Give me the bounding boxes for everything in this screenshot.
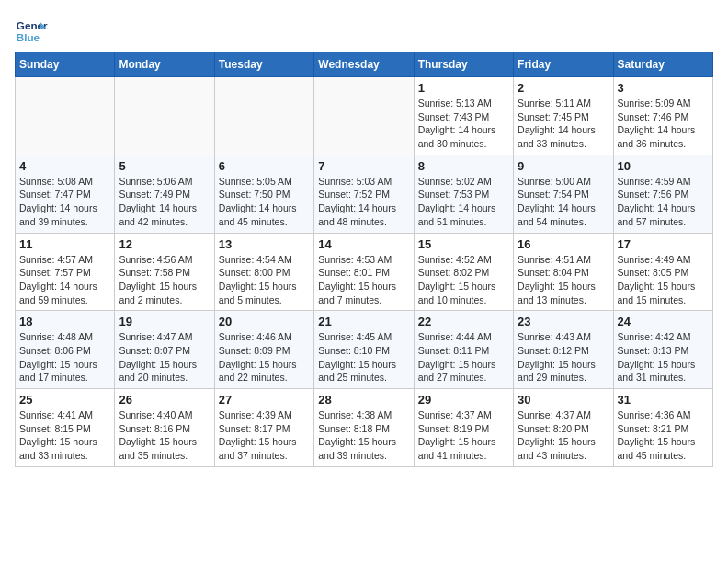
logo-icon: General Blue [15,15,48,48]
day-number: 4 [19,159,110,173]
day-info: Sunrise: 4:49 AM Sunset: 8:05 PM Dayligh… [618,253,709,307]
day-number: 25 [19,393,110,407]
day-cell: 24Sunrise: 4:42 AM Sunset: 8:13 PM Dayli… [613,311,712,389]
day-info: Sunrise: 5:03 AM Sunset: 7:52 PM Dayligh… [318,175,409,229]
week-row-1: 1Sunrise: 5:13 AM Sunset: 7:43 PM Daylig… [16,77,713,155]
day-info: Sunrise: 4:36 AM Sunset: 8:21 PM Dayligh… [618,408,709,463]
day-cell [115,77,214,155]
day-number: 23 [518,315,609,328]
day-info: Sunrise: 4:46 AM Sunset: 8:09 PM Dayligh… [219,330,310,385]
day-cell: 7Sunrise: 5:03 AM Sunset: 7:52 PM Daylig… [314,155,414,233]
week-row-2: 4Sunrise: 5:08 AM Sunset: 7:47 PM Daylig… [16,155,713,233]
day-number: 30 [518,393,609,407]
day-info: Sunrise: 5:00 AM Sunset: 7:54 PM Dayligh… [518,175,609,229]
day-cell [314,77,414,155]
day-cell: 14Sunrise: 4:53 AM Sunset: 8:01 PM Dayli… [314,233,414,311]
week-row-3: 11Sunrise: 4:57 AM Sunset: 7:57 PM Dayli… [16,233,713,311]
day-cell: 5Sunrise: 5:06 AM Sunset: 7:49 PM Daylig… [115,155,214,233]
day-cell: 26Sunrise: 4:40 AM Sunset: 8:16 PM Dayli… [115,389,214,467]
day-number: 12 [119,237,210,251]
day-number: 26 [119,393,210,407]
day-number: 31 [618,393,709,407]
day-cell: 28Sunrise: 4:38 AM Sunset: 8:18 PM Dayli… [314,389,414,467]
day-info: Sunrise: 4:53 AM Sunset: 8:01 PM Dayligh… [318,253,409,307]
day-number: 5 [119,159,210,173]
day-cell: 6Sunrise: 5:05 AM Sunset: 7:50 PM Daylig… [214,155,313,233]
day-cell: 31Sunrise: 4:36 AM Sunset: 8:21 PM Dayli… [613,389,712,467]
day-cell: 12Sunrise: 4:56 AM Sunset: 7:58 PM Dayli… [115,233,214,311]
day-info: Sunrise: 5:06 AM Sunset: 7:49 PM Dayligh… [119,175,210,229]
day-info: Sunrise: 5:09 AM Sunset: 7:46 PM Dayligh… [618,97,709,151]
day-number: 7 [318,159,409,173]
day-number: 15 [418,237,509,251]
day-cell [214,77,313,155]
day-info: Sunrise: 4:39 AM Sunset: 8:17 PM Dayligh… [219,408,310,463]
day-info: Sunrise: 5:08 AM Sunset: 7:47 PM Dayligh… [19,175,110,229]
day-info: Sunrise: 4:41 AM Sunset: 8:15 PM Dayligh… [19,408,110,463]
day-info: Sunrise: 4:48 AM Sunset: 8:06 PM Dayligh… [19,330,110,385]
day-info: Sunrise: 4:45 AM Sunset: 8:10 PM Dayligh… [318,330,409,385]
day-info: Sunrise: 4:38 AM Sunset: 8:18 PM Dayligh… [318,408,409,463]
day-info: Sunrise: 4:52 AM Sunset: 8:02 PM Dayligh… [418,253,509,307]
day-number: 29 [418,393,509,407]
header-row: SundayMondayTuesdayWednesdayThursdayFrid… [16,52,713,77]
day-number: 8 [418,159,509,173]
day-cell: 30Sunrise: 4:37 AM Sunset: 8:20 PM Dayli… [514,389,613,467]
day-cell: 19Sunrise: 4:47 AM Sunset: 8:07 PM Dayli… [115,311,214,389]
week-row-4: 18Sunrise: 4:48 AM Sunset: 8:06 PM Dayli… [16,311,713,389]
col-header-sunday: Sunday [16,52,115,77]
col-header-tuesday: Tuesday [214,52,313,77]
day-cell [16,77,115,155]
day-number: 27 [219,393,310,407]
day-info: Sunrise: 4:57 AM Sunset: 7:57 PM Dayligh… [19,253,110,307]
day-info: Sunrise: 4:37 AM Sunset: 8:20 PM Dayligh… [518,408,609,463]
day-number: 17 [618,237,709,251]
day-cell: 9Sunrise: 5:00 AM Sunset: 7:54 PM Daylig… [514,155,613,233]
day-number: 10 [618,159,709,173]
day-number: 2 [518,81,609,95]
day-cell: 23Sunrise: 4:43 AM Sunset: 8:12 PM Dayli… [514,311,613,389]
day-info: Sunrise: 4:47 AM Sunset: 8:07 PM Dayligh… [119,330,210,385]
day-cell: 4Sunrise: 5:08 AM Sunset: 7:47 PM Daylig… [16,155,115,233]
day-info: Sunrise: 5:11 AM Sunset: 7:45 PM Dayligh… [518,97,609,151]
day-number: 3 [618,81,709,95]
svg-text:Blue: Blue [17,31,40,43]
day-cell: 21Sunrise: 4:45 AM Sunset: 8:10 PM Dayli… [314,311,414,389]
day-info: Sunrise: 4:43 AM Sunset: 8:12 PM Dayligh… [518,330,609,385]
day-number: 13 [219,237,310,251]
day-number: 19 [119,315,210,328]
day-cell: 3Sunrise: 5:09 AM Sunset: 7:46 PM Daylig… [613,77,712,155]
day-info: Sunrise: 4:54 AM Sunset: 8:00 PM Dayligh… [219,253,310,307]
day-cell: 18Sunrise: 4:48 AM Sunset: 8:06 PM Dayli… [16,311,115,389]
day-info: Sunrise: 4:51 AM Sunset: 8:04 PM Dayligh… [518,253,609,307]
day-number: 11 [19,237,110,251]
day-cell: 15Sunrise: 4:52 AM Sunset: 8:02 PM Dayli… [414,233,513,311]
day-number: 9 [518,159,609,173]
logo: General Blue [15,15,48,48]
day-cell: 27Sunrise: 4:39 AM Sunset: 8:17 PM Dayli… [214,389,313,467]
col-header-saturday: Saturday [613,52,712,77]
day-info: Sunrise: 4:44 AM Sunset: 8:11 PM Dayligh… [418,330,509,385]
day-cell: 25Sunrise: 4:41 AM Sunset: 8:15 PM Dayli… [16,389,115,467]
day-number: 21 [318,315,409,328]
day-number: 14 [318,237,409,251]
day-info: Sunrise: 4:40 AM Sunset: 8:16 PM Dayligh… [119,408,210,463]
day-number: 22 [418,315,509,328]
day-info: Sunrise: 5:13 AM Sunset: 7:43 PM Dayligh… [418,97,509,151]
day-cell: 22Sunrise: 4:44 AM Sunset: 8:11 PM Dayli… [414,311,513,389]
col-header-monday: Monday [115,52,214,77]
day-number: 24 [618,315,709,328]
day-info: Sunrise: 4:56 AM Sunset: 7:58 PM Dayligh… [119,253,210,307]
day-cell: 8Sunrise: 5:02 AM Sunset: 7:53 PM Daylig… [414,155,513,233]
day-cell: 29Sunrise: 4:37 AM Sunset: 8:19 PM Dayli… [414,389,513,467]
day-number: 28 [318,393,409,407]
day-cell: 2Sunrise: 5:11 AM Sunset: 7:45 PM Daylig… [514,77,613,155]
day-info: Sunrise: 4:37 AM Sunset: 8:19 PM Dayligh… [418,408,509,463]
day-number: 16 [518,237,609,251]
week-row-5: 25Sunrise: 4:41 AM Sunset: 8:15 PM Dayli… [16,389,713,467]
day-number: 1 [418,81,509,95]
calendar: SundayMondayTuesdayWednesdayThursdayFrid… [15,52,713,467]
day-cell: 16Sunrise: 4:51 AM Sunset: 8:04 PM Dayli… [514,233,613,311]
day-number: 18 [19,315,110,328]
day-info: Sunrise: 4:42 AM Sunset: 8:13 PM Dayligh… [618,330,709,385]
